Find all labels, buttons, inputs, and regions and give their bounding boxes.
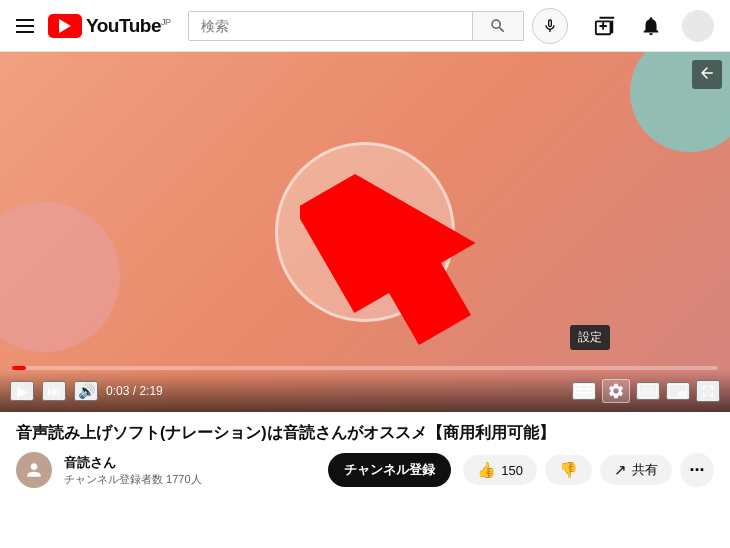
miniplayer-corner-button[interactable] [692,60,722,89]
menu-button[interactable] [16,19,34,33]
control-bar: ▶ ⏭ 🔊 0:03 / 2:19 [0,370,730,412]
video-thumbnail: 🎧 [0,52,730,412]
time-current: 0:03 [106,384,129,398]
headphone-circle: 🎧 [275,142,455,322]
thumb-up-icon: 👍 [477,461,496,479]
video-info: 音声読み上げソフト(ナレーション)は音読さんがオススメ【商用利用可能】 音読さん… [0,412,730,494]
svg-rect-10 [678,391,686,397]
share-label: 共有 [632,461,658,479]
channel-subs: チャンネル登録者数 1770人 [64,472,316,487]
header-right [590,10,714,42]
volume-button[interactable]: 🔊 [74,381,98,401]
ctrl-right [572,379,720,403]
svg-rect-2 [574,384,594,398]
share-icon: ↗ [614,461,627,479]
subtitles-button[interactable] [572,382,596,400]
svg-rect-8 [642,387,654,395]
logo-text-main: YouTube [86,15,161,36]
miniplayer-button[interactable] [666,382,690,400]
header-left: YouTubeJP [16,14,170,38]
miniplayer-icon [669,384,687,398]
subscribe-button[interactable]: チャンネル登録 [328,453,451,487]
like-button[interactable]: 👍 150 [463,455,537,485]
subtitles-icon [574,384,594,398]
youtube-icon [48,14,82,38]
svg-rect-4 [577,388,583,390]
logo[interactable]: YouTubeJP [48,14,170,38]
create-icon [594,15,616,37]
theater-button[interactable] [636,382,660,400]
search-bar [188,11,524,41]
search-area [188,8,568,44]
miniplayer-corner-icon [698,64,716,82]
search-button[interactable] [472,12,523,40]
play-button[interactable]: ▶ [10,381,34,401]
deco-pink [0,202,120,352]
svg-rect-6 [577,392,591,394]
dislike-button[interactable]: 👎 [545,455,592,485]
fullscreen-icon [699,382,717,400]
bell-icon [640,15,662,37]
like-count: 150 [501,463,523,478]
theater-icon [639,384,657,398]
logo-text: YouTubeJP [86,15,170,37]
video-player: 🎧 設定 ▶ ⏭ 🔊 0:03 / 2:19 [0,52,730,412]
channel-row: 音読さん チャンネル登録者数 1770人 チャンネル登録 👍 150 👎 ↗ 共… [16,452,714,488]
search-input[interactable] [189,12,472,40]
settings-button[interactable] [602,379,630,403]
svg-rect-5 [585,388,591,390]
channel-name[interactable]: 音読さん [64,454,316,472]
channel-avatar-icon [24,460,44,480]
thumb-down-icon: 👎 [559,461,578,479]
header: YouTubeJP [0,0,730,52]
headphone-icon: 🎧 [322,191,409,273]
channel-avatar[interactable] [16,452,52,488]
notifications-button[interactable] [636,11,666,41]
time-display: 0:03 / 2:19 [106,384,163,398]
more-button[interactable]: ··· [680,453,714,487]
mic-button[interactable] [532,8,568,44]
next-button[interactable]: ⏭ [42,381,66,401]
share-button[interactable]: ↗ 共有 [600,455,672,485]
logo-sup: JP [161,16,171,26]
create-button[interactable] [590,11,620,41]
fullscreen-button[interactable] [696,380,720,402]
settings-icon [607,382,625,400]
mic-icon [542,18,558,34]
action-row: 👍 150 👎 ↗ 共有 ··· [463,453,714,487]
video-title: 音声読み上げソフト(ナレーション)は音読さんがオススメ【商用利用可能】 [16,422,714,444]
settings-tooltip: 設定 [570,325,610,350]
search-icon [489,17,507,35]
time-total: 2:19 [139,384,162,398]
avatar[interactable] [682,10,714,42]
channel-info: 音読さん チャンネル登録者数 1770人 [64,454,316,487]
